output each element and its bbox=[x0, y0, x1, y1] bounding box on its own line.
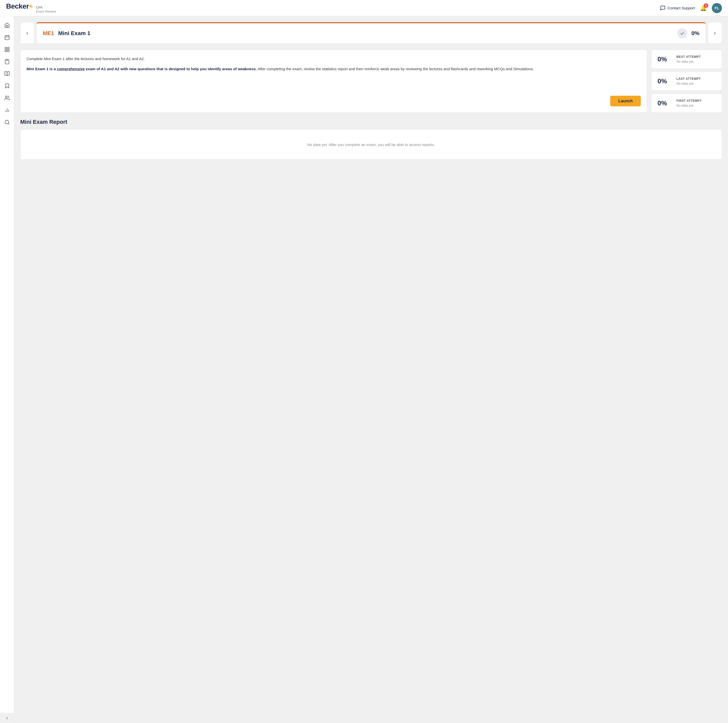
best-attempt-label: BEST ATTEMPT bbox=[676, 55, 701, 59]
logo-text: Becker bbox=[6, 2, 29, 10]
header-actions: Contact Support 🔔 5 FL bbox=[660, 3, 722, 13]
description-body: Mini Exam 1 is a comprehensive exam of A… bbox=[26, 66, 641, 90]
last-attempt-sub: No data yet. bbox=[676, 82, 701, 85]
last-attempt-card: 0% LAST ATTEMPT No data yet. bbox=[651, 72, 722, 91]
report-empty-message: No data yet. After you complete an exam,… bbox=[307, 142, 435, 147]
exam-status-area: 0% bbox=[677, 28, 699, 38]
desc-body-underline: comprehensive bbox=[57, 67, 85, 71]
sidebar-item-clipboard[interactable] bbox=[2, 56, 12, 67]
next-exam-button[interactable]: › bbox=[708, 22, 722, 44]
sidebar-item-book[interactable] bbox=[2, 69, 12, 79]
svg-rect-7 bbox=[5, 50, 6, 52]
logo-becker: Becker+ bbox=[6, 2, 33, 11]
svg-rect-8 bbox=[6, 59, 8, 60]
contact-support-button[interactable]: Contact Support bbox=[660, 5, 695, 11]
exam-title: Mini Exam 1 bbox=[58, 30, 90, 37]
exam-title-area: ME1 Mini Exam 1 bbox=[43, 30, 90, 37]
logo-cpa: CPA bbox=[36, 6, 56, 9]
prev-exam-button[interactable]: ‹ bbox=[20, 22, 34, 44]
last-attempt-label: LAST ATTEMPT bbox=[676, 77, 701, 81]
svg-point-13 bbox=[5, 120, 9, 124]
main-content: ‹ ME1 Mini Exam 1 0% › bbox=[14, 16, 728, 723]
stats-column: 0% BEST ATTEMPT No data yet. 0% LAST ATT… bbox=[651, 50, 722, 113]
sidebar bbox=[0, 16, 14, 723]
contact-support-label: Contact Support bbox=[668, 6, 695, 10]
sidebar-item-calendar[interactable] bbox=[2, 32, 12, 43]
svg-point-9 bbox=[5, 96, 7, 98]
sidebar-expand-button[interactable] bbox=[0, 713, 14, 723]
exam-completion-percent: 0% bbox=[691, 30, 699, 37]
best-attempt-sub: No data yet. bbox=[676, 59, 701, 63]
completion-check bbox=[677, 28, 687, 38]
launch-button[interactable]: Launch bbox=[610, 96, 641, 106]
avatar-initials: FL bbox=[714, 6, 719, 10]
first-attempt-sub: No data yet. bbox=[676, 104, 702, 107]
report-section: Mini Exam Report No data yet. After you … bbox=[20, 119, 722, 160]
app-header: Becker+ CPA Exam Review Contact Support … bbox=[0, 0, 728, 16]
report-title: Mini Exam Report bbox=[20, 119, 722, 125]
svg-rect-6 bbox=[7, 50, 9, 52]
next-arrow-icon: › bbox=[714, 30, 716, 37]
svg-rect-0 bbox=[5, 36, 9, 40]
best-attempt-value: 0% bbox=[658, 55, 671, 63]
sidebar-item-users[interactable] bbox=[2, 93, 12, 103]
first-attempt-label: FIRST ATTEMPT bbox=[676, 99, 702, 102]
exam-badge: ME1 bbox=[43, 30, 54, 37]
app-body: ‹ ME1 Mini Exam 1 0% › bbox=[0, 16, 728, 723]
user-avatar[interactable]: FL bbox=[712, 3, 722, 13]
report-card: No data yet. After you complete an exam,… bbox=[20, 129, 722, 160]
logo-area: Becker+ CPA Exam Review bbox=[6, 2, 660, 14]
desc-body-bold-end: exam of A1 and A2 with new questions tha… bbox=[85, 67, 257, 71]
exam-navigator: ‹ ME1 Mini Exam 1 0% › bbox=[20, 22, 722, 44]
first-attempt-card: 0% FIRST ATTEMPT No data yet. bbox=[651, 94, 722, 113]
best-attempt-card: 0% BEST ATTEMPT No data yet. bbox=[651, 50, 722, 69]
description-card: Complete Mini Exam 1 after the lectures … bbox=[20, 50, 647, 113]
logo-plus: + bbox=[29, 2, 33, 10]
prev-arrow-icon: ‹ bbox=[26, 30, 28, 37]
svg-rect-5 bbox=[7, 47, 9, 49]
exam-card: ME1 Mini Exam 1 0% bbox=[37, 22, 706, 44]
sidebar-item-home[interactable] bbox=[2, 20, 12, 31]
sidebar-item-search[interactable] bbox=[2, 117, 12, 127]
desc-body-prefix: Mini Exam 1 is a bbox=[26, 67, 57, 71]
sidebar-item-grid[interactable] bbox=[2, 44, 12, 55]
desc-body-rest: After completing the exam, review the st… bbox=[257, 67, 534, 71]
last-attempt-info: LAST ATTEMPT No data yet. bbox=[676, 77, 701, 85]
first-attempt-info: FIRST ATTEMPT No data yet. bbox=[676, 99, 702, 107]
sidebar-item-bookmark[interactable] bbox=[2, 81, 12, 91]
last-attempt-value: 0% bbox=[658, 77, 671, 85]
notifications-button[interactable]: 🔔 5 bbox=[700, 5, 707, 11]
bell-badge: 5 bbox=[704, 3, 708, 8]
svg-line-14 bbox=[8, 123, 9, 124]
description-intro: Complete Mini Exam 1 after the lectures … bbox=[26, 56, 641, 62]
sidebar-item-chart[interactable] bbox=[2, 105, 12, 115]
content-row: Complete Mini Exam 1 after the lectures … bbox=[20, 50, 722, 113]
svg-rect-4 bbox=[5, 47, 6, 49]
chat-icon bbox=[660, 5, 665, 11]
first-attempt-value: 0% bbox=[658, 99, 671, 107]
best-attempt-info: BEST ATTEMPT No data yet. bbox=[676, 55, 701, 63]
logo-exam-review: Exam Review bbox=[36, 9, 56, 14]
logo-subtitle: CPA Exam Review bbox=[36, 6, 56, 14]
